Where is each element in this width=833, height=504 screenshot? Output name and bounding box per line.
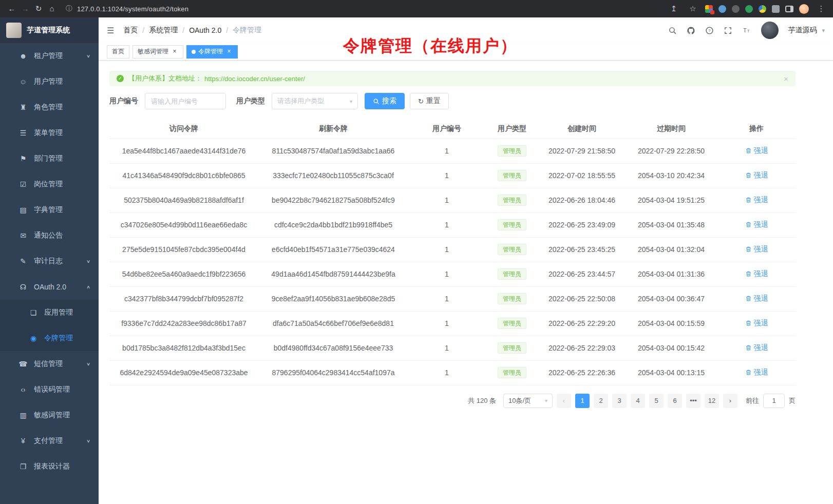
address-bar[interactable]: ⓘ 127.0.0.1:1024/system/oauth2/token <box>66 4 188 13</box>
force-logout-button[interactable]: 强退 <box>745 220 768 229</box>
force-logout-button[interactable]: 强退 <box>745 269 768 279</box>
home-icon[interactable]: ⌂ <box>45 0 59 17</box>
user-type-badge: 管理员 <box>498 342 526 354</box>
alert-doc-link[interactable]: https://doc.iocoder.cn/user-center/ <box>204 75 305 83</box>
user-type-cell: 管理员 <box>485 286 539 311</box>
sidebar-item-token[interactable]: ◉令牌管理 <box>0 325 99 351</box>
sidebar-item-oauth[interactable]: ☊OAuth 2.0∧ <box>0 274 99 300</box>
expires-cell: 2054-03-04 00:36:47 <box>625 286 717 311</box>
sidebar-item-report[interactable]: ❐报表设计器 <box>0 454 99 479</box>
force-logout-button[interactable]: 强退 <box>745 294 768 303</box>
access-token-cell: 275e5de9151045fe87cbdc395e004f4d <box>109 237 258 262</box>
pagination-page-button[interactable]: 1 <box>575 394 590 408</box>
app-logo[interactable]: 芋道管理系统 <box>0 17 99 43</box>
app-icon: ❏ <box>29 308 38 317</box>
sidebar-item-sensitive[interactable]: ▥敏感词管理 <box>0 402 99 428</box>
back-icon[interactable]: ← <box>5 0 18 17</box>
sidebar-item-label: 菜单管理 <box>34 128 91 138</box>
force-logout-button[interactable]: 强退 <box>745 319 768 328</box>
tab-item[interactable]: 令牌管理× <box>186 45 238 59</box>
sidebar-item-menu[interactable]: ☰菜单管理 <box>0 120 99 146</box>
user-type-cell: 管理员 <box>485 212 539 237</box>
tab-label: 令牌管理 <box>198 47 223 56</box>
sidebar-item-dict[interactable]: ▤字典管理 <box>0 197 99 223</box>
sidebar-item-post[interactable]: ☑岗位管理 <box>0 171 99 197</box>
created-cell: 2022-06-25 23:44:57 <box>539 262 625 286</box>
bookmark-star-icon[interactable]: ☆ <box>686 0 699 17</box>
message-icon: ✉ <box>18 231 28 240</box>
tab-item[interactable]: 首页 <box>107 45 129 59</box>
active-dot-icon <box>192 50 196 54</box>
reset-button[interactable]: ↻ 重置 <box>410 93 449 109</box>
tab-item[interactable]: 敏感词管理× <box>132 45 183 59</box>
extension-icon[interactable] <box>732 5 740 13</box>
fullscreen-icon[interactable] <box>721 24 734 37</box>
font-size-icon[interactable]: TT <box>740 24 753 37</box>
breadcrumb-item[interactable]: 首页 <box>123 26 138 35</box>
sidebar-collapse-icon[interactable]: ☰ <box>107 26 114 35</box>
user-avatar[interactable] <box>761 22 779 39</box>
github-icon[interactable] <box>684 24 697 37</box>
sidebar-item-label: 通知公告 <box>34 231 91 240</box>
site-info-icon[interactable]: ⓘ <box>66 4 72 13</box>
user-name[interactable]: 芋道源码 <box>788 26 817 35</box>
sidebar-item-role[interactable]: ♜角色管理 <box>0 94 99 120</box>
breadcrumb-item[interactable]: 系统管理 <box>149 26 178 35</box>
share-icon[interactable]: ↥ <box>667 0 680 17</box>
action-cell: 强退 <box>717 286 796 311</box>
force-logout-button[interactable]: 强退 <box>745 245 768 254</box>
help-icon[interactable]: ? <box>703 24 716 37</box>
expires-cell: 2054-03-04 19:51:25 <box>625 188 717 212</box>
sidebar-item-audit[interactable]: ✎审计日志∨ <box>0 248 99 274</box>
force-logout-button[interactable]: 强退 <box>745 171 768 180</box>
pagination-page-button[interactable]: 4 <box>631 394 645 408</box>
pagination-page-button[interactable]: 6 <box>668 394 682 408</box>
pagination-prev-button[interactable]: ‹ <box>557 394 571 408</box>
user-type-select[interactable]: 请选择用户类型 ▾ <box>272 93 358 109</box>
pagination-page-button[interactable]: 2 <box>594 394 608 408</box>
token-table: 访问令牌刷新令牌用户编号用户类型创建时间过期时间操作 1ea5e44f8bc14… <box>109 120 796 385</box>
user-type-cell: 管理员 <box>485 262 539 286</box>
sidebar-item-pay[interactable]: ¥支付管理∨ <box>0 428 99 454</box>
sidebar-item-sms[interactable]: ☎短信管理∨ <box>0 351 99 377</box>
browser-profile-avatar[interactable] <box>799 4 809 14</box>
pagination-page-button[interactable]: 5 <box>649 394 664 408</box>
forward-icon[interactable]: → <box>18 0 32 17</box>
browser-menu-icon[interactable]: ⋮ <box>815 0 828 17</box>
pagination-page-button[interactable]: 12 <box>705 394 719 408</box>
extension-icon[interactable] <box>718 5 726 13</box>
sidebar-item-errcode[interactable]: ‹›错误码管理 <box>0 377 99 402</box>
user-id-input[interactable] <box>145 93 226 109</box>
pagination-more-button[interactable]: ••• <box>686 394 701 408</box>
close-icon[interactable]: × <box>784 74 788 83</box>
delete-icon <box>745 320 752 326</box>
sidebar-item-tenant[interactable]: ☻租户管理∨ <box>0 43 99 69</box>
sidebar-item-user[interactable]: ☺用户管理 <box>0 69 99 94</box>
sidebar-item-notice[interactable]: ✉通知公告 <box>0 223 99 248</box>
search-icon[interactable] <box>666 24 679 37</box>
user-id-cell: 1 <box>408 311 485 336</box>
force-logout-button[interactable]: 强退 <box>745 146 768 156</box>
chevron-down-icon[interactable]: ▾ <box>822 27 825 34</box>
extensions-puzzle-icon[interactable] <box>772 5 780 13</box>
extension-icon[interactable] <box>759 5 766 13</box>
force-logout-button[interactable]: 强退 <box>745 368 768 377</box>
side-panel-icon[interactable] <box>785 6 793 12</box>
force-logout-button[interactable]: 强退 <box>745 196 768 205</box>
sidebar-item-dept[interactable]: ⚑部门管理 <box>0 146 99 171</box>
chevron-down-icon: ▾ <box>350 99 352 104</box>
extension-icon[interactable] <box>705 5 713 13</box>
close-icon[interactable]: × <box>225 48 233 55</box>
pagination: 共 120 条 10条/页 ▾ ‹ 123456•••12 › 前往 页 <box>109 394 796 408</box>
pagination-page-button[interactable]: 3 <box>612 394 627 408</box>
close-icon[interactable]: × <box>171 48 178 55</box>
breadcrumb-item[interactable]: OAuth 2.0 <box>189 26 221 34</box>
reload-icon[interactable]: ↻ <box>32 0 45 17</box>
pagination-next-button[interactable]: › <box>723 394 737 408</box>
search-button[interactable]: 搜索 <box>365 93 405 109</box>
force-logout-button[interactable]: 强退 <box>745 343 768 353</box>
extension-icon[interactable] <box>745 5 753 13</box>
goto-page-input[interactable] <box>763 394 785 408</box>
sidebar-item-app[interactable]: ❏应用管理 <box>0 300 99 325</box>
page-size-select[interactable]: 10条/页 ▾ <box>503 394 553 408</box>
